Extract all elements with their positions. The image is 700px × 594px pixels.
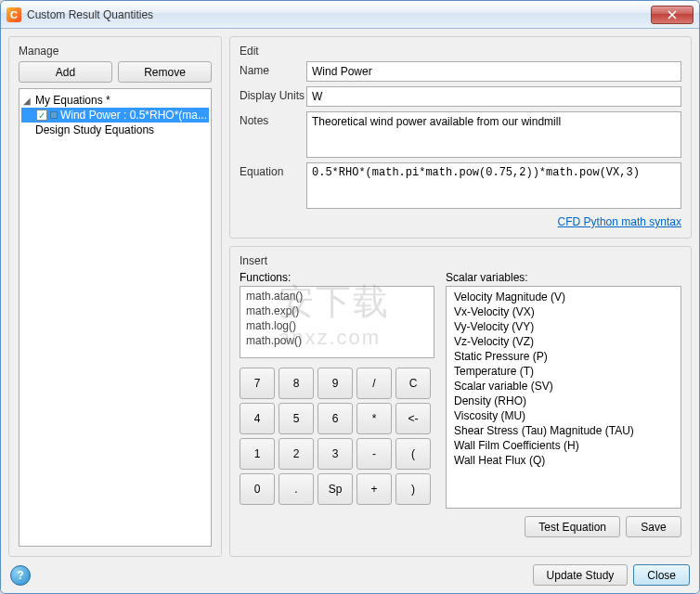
- bottom-bar: ? Update Study Close: [8, 564, 692, 586]
- keypad-key[interactable]: /: [356, 368, 392, 399]
- edit-title: Edit: [240, 45, 681, 58]
- function-item[interactable]: math.atan(): [240, 289, 434, 303]
- variable-item[interactable]: Viscosity (MU): [447, 408, 681, 423]
- equation-textarea[interactable]: 0.5*RHO*(math.pi*math.pow(0.75,2))*math.…: [306, 162, 681, 209]
- variable-item[interactable]: Scalar variable (SV): [447, 379, 681, 394]
- variable-item[interactable]: Temperature (T): [447, 364, 681, 379]
- insert-panel: Insert Functions: math.atan()math.exp()m…: [229, 246, 692, 557]
- tree-design-label: Design Study Equations: [35, 123, 154, 136]
- variable-item[interactable]: Velocity Magnitude (V): [447, 290, 681, 304]
- edit-panel: Edit Name Display Units Notes Theoretica…: [229, 36, 692, 239]
- variable-item[interactable]: Static Pressure (P): [447, 349, 681, 364]
- keypad-key[interactable]: 6: [318, 403, 353, 434]
- tree-item-label: Wind Power : 0.5*RHO*(ma...: [60, 109, 207, 122]
- expand-icon[interactable]: ◢: [23, 96, 32, 106]
- keypad-key[interactable]: 3: [318, 438, 353, 470]
- checkbox-icon[interactable]: ✓: [36, 110, 47, 121]
- calculator-keypad: 789/C456*<-123-(0.Sp+): [240, 368, 434, 505]
- keypad-key[interactable]: 1: [240, 438, 275, 470]
- units-label: Display Units: [240, 86, 306, 102]
- insert-title: Insert: [240, 254, 681, 267]
- keypad-key[interactable]: 0: [240, 473, 275, 505]
- keypad-key[interactable]: 4: [240, 403, 275, 434]
- manage-panel: Manage Add Remove ◢ My Equations * ✓ Win…: [8, 36, 222, 557]
- keypad-key[interactable]: 8: [279, 368, 314, 399]
- close-icon: [668, 10, 677, 19]
- syntax-help-link[interactable]: CFD Python math syntax: [558, 215, 681, 228]
- name-input[interactable]: [306, 61, 681, 82]
- keypad-key[interactable]: 9: [318, 368, 353, 399]
- remove-button[interactable]: Remove: [118, 61, 212, 83]
- function-item[interactable]: math.log(): [240, 318, 434, 333]
- save-button[interactable]: Save: [626, 516, 681, 537]
- window-title: Custom Result Quantities: [27, 8, 153, 21]
- keypad-key[interactable]: *: [356, 403, 392, 434]
- notes-label: Notes: [240, 111, 306, 127]
- window-close-button[interactable]: [651, 6, 694, 24]
- variables-label: Scalar variables:: [446, 271, 681, 284]
- add-button[interactable]: Add: [19, 61, 112, 83]
- tree-root-label: My Equations *: [35, 94, 110, 107]
- variable-item[interactable]: Vx-Velocity (VX): [447, 304, 681, 319]
- keypad-key[interactable]: ): [395, 473, 431, 505]
- functions-label: Functions:: [240, 271, 434, 284]
- keypad-key[interactable]: Sp: [318, 473, 353, 505]
- keypad-key[interactable]: <-: [395, 403, 431, 434]
- help-button[interactable]: ?: [10, 565, 31, 586]
- dialog-window: C Custom Result Quantities Manage Add Re…: [0, 0, 700, 594]
- variable-item[interactable]: Density (RHO): [447, 394, 681, 408]
- name-label: Name: [240, 61, 306, 77]
- functions-list[interactable]: math.atan()math.exp()math.log()math.pow(…: [240, 286, 434, 358]
- units-input[interactable]: [306, 86, 681, 107]
- keypad-key[interactable]: C: [395, 368, 431, 399]
- keypad-key[interactable]: .: [279, 473, 314, 505]
- keypad-key[interactable]: 2: [279, 438, 314, 470]
- variable-item[interactable]: Wall Heat Flux (Q): [447, 453, 681, 468]
- equation-tree[interactable]: ◢ My Equations * ✓ Wind Power : 0.5*RHO*…: [19, 88, 212, 547]
- keypad-key[interactable]: -: [356, 438, 392, 470]
- function-item[interactable]: math.exp(): [240, 303, 434, 318]
- keypad-key[interactable]: 7: [240, 368, 275, 399]
- notes-textarea[interactable]: Theoretical wind power available from ou…: [306, 111, 681, 158]
- equation-icon: [50, 111, 58, 119]
- close-button[interactable]: Close: [633, 564, 690, 586]
- function-item[interactable]: math.pow(): [240, 333, 434, 348]
- variable-item[interactable]: Vz-Velocity (VZ): [447, 334, 681, 349]
- keypad-key[interactable]: +: [356, 473, 392, 505]
- tree-root-my-equations[interactable]: ◢ My Equations *: [21, 93, 209, 108]
- keypad-key[interactable]: (: [395, 438, 431, 470]
- variable-item[interactable]: Wall Film Coefficients (H): [447, 438, 681, 453]
- update-study-button[interactable]: Update Study: [533, 564, 629, 586]
- variable-item[interactable]: Vy-Velocity (VY): [447, 319, 681, 334]
- app-icon: C: [6, 7, 21, 22]
- keypad-key[interactable]: 5: [279, 403, 314, 434]
- tree-root-design-study[interactable]: Design Study Equations: [21, 123, 209, 137]
- variables-list[interactable]: Velocity Magnitude (V)Vx-Velocity (VX)Vy…: [446, 286, 681, 509]
- test-equation-button[interactable]: Test Equation: [525, 516, 620, 537]
- manage-title: Manage: [19, 45, 212, 58]
- tree-item-wind-power[interactable]: ✓ Wind Power : 0.5*RHO*(ma...: [21, 108, 209, 123]
- titlebar[interactable]: C Custom Result Quantities: [1, 1, 699, 29]
- variable-item[interactable]: Shear Stress (Tau) Magnitude (TAU): [447, 423, 681, 438]
- equation-label: Equation: [240, 162, 306, 178]
